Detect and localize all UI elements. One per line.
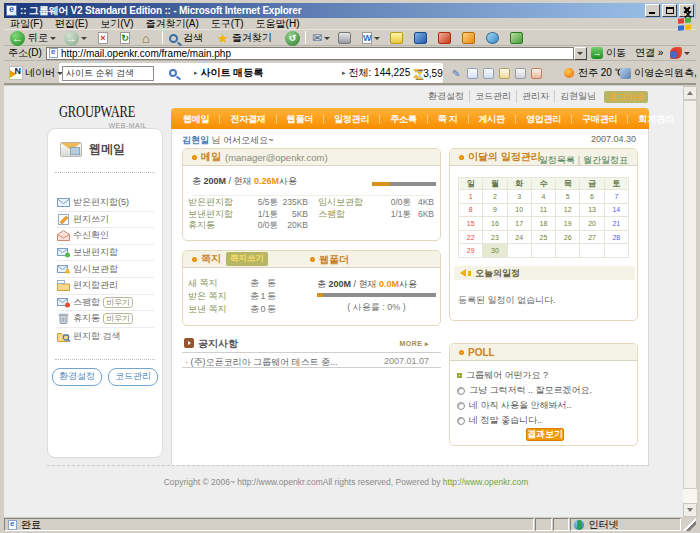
favorites-button[interactable]: ★즐겨찾기: [217, 30, 272, 46]
calendar-day[interactable]: 21: [604, 217, 628, 231]
poll-option[interactable]: 네 아직 사용을 안해봐서..: [457, 398, 592, 413]
poll-submit-button[interactable]: 결과보기: [526, 428, 564, 441]
nav-tab[interactable]: 웹폴더: [277, 114, 324, 124]
naver-logo[interactable]: 네이버: [9, 61, 63, 85]
app-icon-4[interactable]: [510, 30, 523, 46]
menu-item[interactable]: 편집(E): [49, 17, 94, 31]
utility-link[interactable]: 환경설정: [423, 90, 470, 103]
menu-item[interactable]: 보기(V): [94, 17, 139, 31]
calendar-day[interactable]: 29: [459, 244, 483, 258]
links-label[interactable]: 연결 »: [635, 46, 663, 60]
poll-option[interactable]: 그냥 그럭저럭 .. 잘모르겠어요.: [457, 383, 592, 398]
home-button[interactable]: ⌂: [142, 30, 150, 46]
refresh-button[interactable]: ↻: [120, 30, 130, 46]
mail-button[interactable]: ✉: [312, 30, 330, 46]
nav-tab[interactable]: 회계관리: [628, 114, 683, 124]
code-manage-button[interactable]: 코드관리: [108, 368, 158, 386]
sidebar-item-receipt-confirm[interactable]: 수신확인: [57, 228, 154, 245]
sidebar-item-drafts[interactable]: 임시보관함: [57, 261, 154, 278]
poll-radio[interactable]: [457, 387, 465, 395]
calendar-day[interactable]: 26: [556, 230, 580, 244]
minimize-button[interactable]: [645, 4, 660, 17]
footer-link[interactable]: http://www.openkr.com: [443, 477, 529, 487]
nav-tab[interactable]: 영업관리: [516, 114, 572, 124]
naver-search-button[interactable]: [169, 61, 177, 85]
nav-tab[interactable]: 웹메일: [173, 114, 220, 124]
naver-tool-icons[interactable]: ✎: [452, 61, 547, 85]
poll-option[interactable]: 네 정말 좋습니다..: [457, 413, 592, 428]
logout-button[interactable]: 로그아웃: [604, 91, 648, 103]
calendar-day[interactable]: 16: [483, 217, 507, 231]
sidebar-item-search[interactable]: 편지함 검색: [57, 328, 154, 345]
empty-trash-button[interactable]: 비우기: [103, 313, 133, 324]
naver-search-input[interactable]: 사이트 순위 검색: [62, 61, 154, 85]
sidebar-item-sent[interactable]: 보낸편지함: [57, 245, 154, 262]
app-icon-2[interactable]: [462, 30, 475, 46]
menu-item[interactable]: 파일(F): [4, 17, 49, 31]
scroll-down-button[interactable]: [683, 503, 697, 517]
calendar-day[interactable]: 22: [459, 230, 483, 244]
app-icon-1[interactable]: [438, 30, 451, 46]
scrollbar[interactable]: [683, 86, 697, 517]
write-memo-button[interactable]: 쪽지쓰기: [226, 252, 268, 266]
calendar-day[interactable]: 1: [459, 190, 483, 204]
search-button[interactable]: 검색: [169, 30, 203, 46]
calendar-day[interactable]: 20: [580, 217, 604, 231]
menu-item[interactable]: 도움말(H): [250, 17, 306, 31]
nav-tab[interactable]: 일정관리: [324, 114, 380, 124]
utility-link[interactable]: 코드관리: [470, 90, 517, 103]
nav-tab[interactable]: 전자결재: [220, 114, 276, 124]
calendar-day[interactable]: 18: [531, 217, 555, 231]
address-dropdown[interactable]: [574, 47, 587, 60]
address-input[interactable]: http://mail.openkr.com/frame/main.php: [46, 47, 574, 60]
schedule-list-link[interactable]: 일정목록: [539, 155, 575, 165]
empty-spam-button[interactable]: 비우기: [103, 297, 133, 308]
go-button[interactable]: →이동: [591, 46, 626, 60]
forward-button[interactable]: →: [64, 30, 87, 46]
messenger-icon[interactable]: [414, 30, 427, 46]
address-end-icon[interactable]: [670, 47, 682, 59]
calendar-day[interactable]: 13: [580, 203, 604, 217]
utility-link[interactable]: 관리자: [517, 90, 555, 103]
calendar-day[interactable]: 11: [531, 203, 555, 217]
app-icon-3[interactable]: [486, 30, 499, 46]
naver-site-reg[interactable]: ▸사이트 매등록: [194, 61, 263, 85]
calendar-day[interactable]: 10: [507, 203, 531, 217]
calendar-day[interactable]: 27: [580, 230, 604, 244]
sidebar-item-spam[interactable]: 스팸함비우기: [57, 295, 154, 312]
poll-radio[interactable]: [457, 417, 465, 425]
settings-button[interactable]: 환경설정: [52, 368, 102, 386]
calendar-day[interactable]: 24: [507, 230, 531, 244]
calendar-day[interactable]: 5: [556, 190, 580, 204]
calendar-day[interactable]: 28: [604, 230, 628, 244]
calendar-day[interactable]: 2: [483, 190, 507, 204]
menu-item[interactable]: 도구(T): [205, 17, 250, 31]
calendar-day[interactable]: 25: [531, 230, 555, 244]
naver-news[interactable]: 이영순의원측, 검찰처: [620, 61, 700, 85]
notice-more-link[interactable]: MORE ▸: [400, 340, 429, 348]
calendar-day[interactable]: 19: [556, 217, 580, 231]
calendar-day[interactable]: 15: [459, 217, 483, 231]
calendar-day[interactable]: 9: [483, 203, 507, 217]
stop-button[interactable]: ×: [98, 30, 108, 46]
sidebar-item-trash[interactable]: 휴지통비우기: [57, 311, 154, 328]
edit-button[interactable]: W: [362, 30, 380, 46]
monthly-schedule-link[interactable]: 월간일정표: [583, 155, 628, 165]
nav-tab[interactable]: 구매관리: [572, 114, 628, 124]
menu-item[interactable]: 즐겨찾기(A): [139, 17, 204, 31]
scroll-up-button[interactable]: [683, 86, 697, 100]
calendar-day[interactable]: 8: [459, 203, 483, 217]
scrollbar-thumb[interactable]: [683, 100, 697, 489]
nav-tab[interactable]: 주소록: [380, 114, 427, 124]
calendar-day[interactable]: 3: [507, 190, 531, 204]
notice-item[interactable]: · (주)오픈코리아 그룹웨어 테스트 중... 2007.01.07: [182, 353, 441, 368]
close-button[interactable]: ×: [679, 4, 694, 17]
calendar-day[interactable]: 14: [604, 203, 628, 217]
sidebar-item-folders[interactable]: 편지함관리: [57, 278, 154, 295]
history-button[interactable]: ↺: [285, 30, 300, 46]
calendar-day[interactable]: 6: [580, 190, 604, 204]
poll-radio[interactable]: [457, 402, 465, 410]
nav-tab[interactable]: 게시판: [469, 114, 516, 124]
nav-tab[interactable]: 쪽 지: [428, 114, 469, 124]
print-button[interactable]: [338, 30, 351, 46]
